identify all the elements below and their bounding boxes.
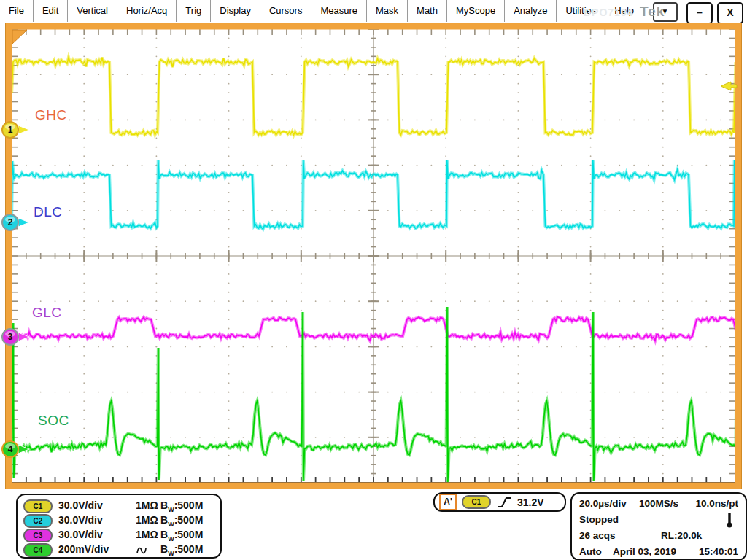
channel-bandwidth-c4: BW:500M <box>160 543 203 557</box>
channel-readout-row-c1: C130.0V/div1MΩBW:500M <box>18 499 220 513</box>
oscilloscope-app: FileEditVerticalHoriz/AcqTrigDisplayCurs… <box>0 0 747 560</box>
sample-rate: 100MS/s <box>639 498 678 509</box>
menu-item-trig[interactable]: Trig <box>177 0 211 22</box>
channel-scale-c1: 30.0V/div <box>58 499 103 511</box>
current-probe-icon <box>136 543 147 556</box>
trigger-a-badge: A' <box>439 494 457 510</box>
channel-bandwidth-c2: BW:500M <box>160 514 203 528</box>
channel-pill-c4[interactable]: C4 <box>23 543 53 557</box>
ch3-waveform-label: GLC <box>32 305 62 321</box>
rising-edge-icon <box>496 496 512 509</box>
horizontal-scale: 20.0µs/div <box>579 498 627 509</box>
channel-scale-c4: 200mV/div <box>58 543 109 555</box>
svg-text:2: 2 <box>8 217 13 228</box>
vertical-readout-box[interactable]: C130.0V/div1MΩBW:500MC230.0V/div1MΩBW:50… <box>16 494 222 559</box>
channel-bandwidth-c3: BW:500M <box>160 529 203 542</box>
minimize-button[interactable]: – <box>686 2 713 24</box>
menu-items: FileEditVerticalHoriz/AcqTrigDisplayCurs… <box>0 0 643 22</box>
menu-item-math[interactable]: Math <box>408 0 447 22</box>
menu-item-measure[interactable]: Measure <box>311 0 367 22</box>
acquisition-count: 26 acqs <box>579 530 616 541</box>
svg-text:1: 1 <box>8 125 13 135</box>
record-length: RL:20.0k <box>661 530 702 541</box>
channel-scale-c2: 30.0V/div <box>58 514 103 526</box>
channel-pill-c3[interactable]: C3 <box>23 529 53 542</box>
ch4-waveform-label: SOC <box>38 413 69 429</box>
channel-bandwidth-c1: BW:500M <box>160 499 203 513</box>
menu-item-horiz-acq[interactable]: Horiz/Acq <box>117 0 177 22</box>
menu-item-cursors[interactable]: Cursors <box>260 0 312 22</box>
sample-resolution: 10.0ns/pt <box>695 498 738 509</box>
thermometer-icon <box>725 513 734 529</box>
menu-item-mask[interactable]: Mask <box>367 0 408 22</box>
menu-item-edit[interactable]: Edit <box>34 0 68 22</box>
channel-readout-row-c4: C4200mV/divBW:500M <box>18 542 220 557</box>
channel-pill-c1[interactable]: C1 <box>23 499 53 513</box>
trigger-mode: Auto <box>579 546 602 557</box>
menu-item-analyze[interactable]: Analyze <box>505 0 557 22</box>
trigger-readout-box[interactable]: A' C1 31.2V <box>433 492 566 512</box>
trigger-level-value: 31.2V <box>517 497 544 508</box>
channel-impedance-c3: 1MΩ <box>136 529 158 540</box>
close-button[interactable]: X <box>717 2 743 24</box>
ch1-waveform-label: GHC <box>35 107 67 123</box>
ch2-waveform-label: DLC <box>34 204 63 220</box>
svg-text:4: 4 <box>8 444 13 454</box>
channel-readout-row-c3: C330.0V/div1MΩBW:500M <box>18 528 220 542</box>
trigger-source-pill[interactable]: C1 <box>462 495 491 509</box>
acquisition-status: Stopped <box>579 514 619 525</box>
channel-pill-c2[interactable]: C2 <box>23 514 53 528</box>
time-label: 15:40:01 <box>699 546 738 557</box>
menu-item-myscope[interactable]: MyScope <box>447 0 505 22</box>
scope-canvas[interactable]: 1234 <box>0 23 747 490</box>
channel-readout-row-c2: C230.0V/div1MΩBW:500M <box>18 513 220 528</box>
menu-item-display[interactable]: Display <box>211 0 260 22</box>
horizontal-readout-box[interactable]: 20.0µs/div 100MS/s 10.0ns/pt Stopped 26 … <box>570 492 747 560</box>
tek-logo: Tek <box>640 4 665 20</box>
readout-area: C130.0V/div1MΩBW:500MC230.0V/div1MΩBW:50… <box>0 490 747 560</box>
channel-impedance-c1: 1MΩ <box>136 499 158 511</box>
channel-impedance-c2: 1MΩ <box>136 514 158 526</box>
menu-item-file[interactable]: File <box>0 0 34 22</box>
model-label: DPO7104 <box>584 7 633 18</box>
svg-text:3: 3 <box>8 332 13 342</box>
date-label: April 03, 2019 <box>613 546 676 557</box>
channel-scale-c3: 30.0V/div <box>58 529 103 540</box>
menu-item-vertical[interactable]: Vertical <box>68 0 117 22</box>
menu-bar: FileEditVerticalHoriz/AcqTrigDisplayCurs… <box>0 0 747 24</box>
waveform-display: 1234 GHC DLC GLC SOC <box>0 23 747 490</box>
